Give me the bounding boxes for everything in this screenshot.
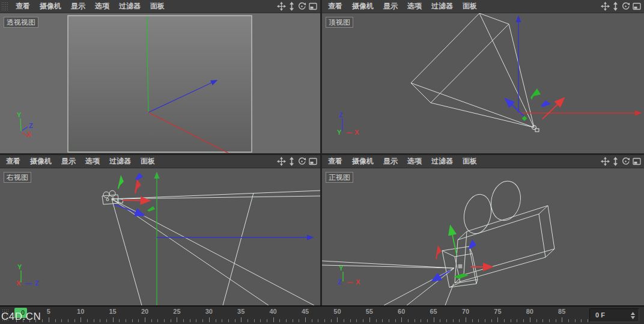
ruler-tick	[491, 319, 492, 322]
viewport-top[interactable]: 查看 摄像机 显示 选项 过滤器 面板	[322, 0, 644, 153]
menu-filter[interactable]: 过滤器	[427, 1, 458, 11]
viewport-label: 正视图	[326, 172, 353, 183]
menu-filter[interactable]: 过滤器	[427, 156, 458, 167]
menu-options[interactable]: 选项	[402, 1, 427, 11]
gizmo-z-label: Z	[35, 280, 39, 287]
rotate-icon[interactable]	[621, 2, 630, 11]
menu-panel[interactable]: 面板	[145, 1, 169, 11]
gizmo-z-label: Z	[29, 123, 33, 129]
ruler-tick	[305, 317, 306, 322]
menu-options[interactable]: 选项	[80, 156, 105, 167]
rotate-handle-green	[118, 175, 124, 189]
ruler-tick	[49, 317, 49, 322]
camera-frustum[interactable]	[112, 191, 320, 305]
menu-view[interactable]: 查看	[322, 156, 347, 167]
viewport-canvas-right[interactable]	[0, 168, 320, 305]
camera-object[interactable]	[442, 179, 554, 287]
dolly-zoom-icon[interactable]	[612, 2, 619, 11]
move-handles[interactable]	[506, 88, 564, 121]
gizmo-x-label: X	[356, 279, 360, 286]
origin-handle	[458, 264, 463, 269]
ruler-tick	[222, 319, 222, 322]
menu-options[interactable]: 选项	[402, 156, 427, 167]
ruler-frame-label: 25	[173, 308, 180, 315]
menu-panel[interactable]: 面板	[458, 1, 482, 11]
dolly-zoom-icon[interactable]	[288, 2, 296, 11]
ruler-tick	[260, 319, 261, 322]
viewport-label: 右视图	[4, 172, 31, 183]
watermark-text: C4D.CN	[1, 311, 41, 323]
ruler-frame-label: 75	[494, 308, 501, 315]
ruler-tick	[145, 317, 145, 322]
ruler-tick	[273, 317, 274, 322]
menu-display[interactable]: 显示	[378, 156, 402, 167]
rotate-icon[interactable]	[297, 2, 306, 11]
rotate-handle-blue	[135, 173, 143, 180]
toggle-view-icon[interactable]	[308, 157, 318, 166]
application-window: 查看 摄像机 显示 选项 过滤器 面板	[0, 0, 644, 324]
menu-view[interactable]: 查看	[322, 1, 347, 11]
axis-gizmo: Z Y X	[330, 111, 366, 141]
gizmo-z-label: Z	[339, 112, 343, 118]
frame-stepper-icon[interactable]	[630, 311, 636, 320]
menu-camera[interactable]: 摄像机	[25, 156, 56, 167]
viewport-perspective[interactable]: 查看 摄像机 显示 选项 过滤器 面板	[0, 0, 320, 153]
toggle-view-icon[interactable]	[632, 157, 642, 166]
toggle-view-icon[interactable]	[632, 2, 642, 11]
rotate-icon[interactable]	[621, 157, 630, 166]
menu-grip-handle[interactable]	[1, 2, 8, 11]
viewport-canvas-front[interactable]	[322, 168, 644, 305]
ruler-tick	[401, 317, 402, 322]
pan-icon[interactable]	[601, 157, 610, 166]
ruler-tick	[549, 319, 550, 322]
toggle-view-icon[interactable]	[308, 2, 318, 11]
ruler-tick	[157, 319, 158, 322]
menu-view[interactable]: 查看	[10, 1, 35, 11]
menu-camera[interactable]: 摄像机	[347, 1, 378, 11]
ruler-tick	[568, 319, 569, 322]
menu-display[interactable]: 显示	[378, 1, 402, 11]
current-frame-value: 0 F	[595, 311, 605, 319]
menu-filter[interactable]: 过滤器	[114, 1, 145, 11]
ruler-tick	[478, 319, 479, 322]
ruler-tick	[196, 319, 196, 322]
ruler-tick	[209, 317, 210, 322]
menu-panel[interactable]: 面板	[458, 156, 482, 167]
ruler-tick	[497, 317, 498, 322]
dolly-zoom-icon[interactable]	[288, 157, 296, 166]
ruler-tick	[74, 319, 75, 322]
menu-display[interactable]: 显示	[66, 1, 90, 11]
menu-view[interactable]: 查看	[0, 156, 25, 167]
camera-frustum[interactable]	[411, 13, 534, 127]
menu-filter[interactable]: 过滤器	[105, 156, 136, 167]
viewport-menubar: 查看 摄像机 显示 选项 过滤器 面板	[322, 0, 644, 13]
viewport-canvas-perspective[interactable]	[0, 13, 320, 153]
menu-panel[interactable]: 面板	[136, 156, 160, 167]
ruler-tick	[517, 319, 517, 322]
current-frame-field[interactable]: 0 F	[589, 308, 639, 322]
ruler-tick	[87, 319, 88, 322]
menu-options[interactable]: 选项	[90, 1, 114, 11]
pan-icon[interactable]	[277, 157, 286, 166]
rotate-icon[interactable]	[297, 157, 306, 166]
menu-display[interactable]: 显示	[56, 156, 80, 167]
viewport-divider-vertical[interactable]	[320, 0, 322, 305]
viewport-canvas-top[interactable]	[322, 13, 644, 153]
menu-camera[interactable]: 摄像机	[347, 156, 378, 167]
dolly-zoom-icon[interactable]	[612, 157, 619, 166]
move-handles[interactable]	[114, 173, 155, 215]
timeline-ruler[interactable]: 051015202530354045505560657075808590	[8, 307, 588, 324]
move-handles[interactable]	[433, 227, 491, 281]
ruler-tick	[151, 319, 152, 322]
pan-icon[interactable]	[277, 2, 286, 11]
camera-object[interactable]	[532, 126, 539, 132]
ruler-tick	[369, 317, 370, 322]
ruler-frame-label: 30	[205, 308, 213, 315]
viewport-divider-horizontal[interactable]	[0, 153, 644, 155]
pan-icon[interactable]	[601, 2, 610, 11]
viewport-front[interactable]: 查看 摄像机 显示 选项 过滤器 面板	[322, 155, 644, 305]
viewport-right[interactable]: 查看 摄像机 显示 选项 过滤器 面板	[0, 155, 320, 305]
ruler-tick	[356, 319, 357, 322]
ruler-tick	[421, 319, 421, 322]
menu-camera[interactable]: 摄像机	[35, 1, 66, 11]
